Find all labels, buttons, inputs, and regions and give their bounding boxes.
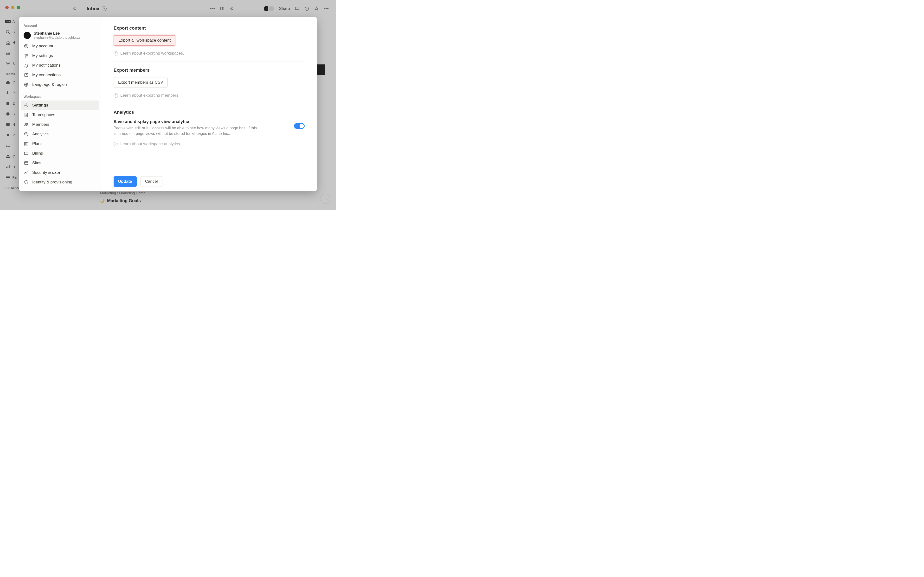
users-icon [24, 122, 29, 127]
sidebar-item-my-connections[interactable]: My connections [21, 70, 99, 80]
button-label: Export all workspace content [118, 38, 171, 43]
sidebar-item-label: Plans [32, 141, 43, 146]
browser-icon [24, 161, 29, 165]
settings-content: Export content Export all workspace cont… [101, 17, 317, 191]
sidebar-item-my-settings[interactable]: My settings [21, 51, 99, 61]
gear-icon [24, 103, 29, 108]
svg-line-33 [27, 135, 28, 136]
magnify-chart-icon [24, 132, 29, 137]
sidebar-item-my-account[interactable]: My account [21, 41, 99, 51]
sidebar-item-label: Analytics [32, 132, 48, 137]
user-circle-icon [24, 44, 29, 48]
sidebar-profile[interactable]: Stephanie Lee stephanie@toolsforthought.… [21, 29, 99, 41]
sidebar-item-language-region[interactable]: Language & region [21, 80, 99, 89]
section-heading-analytics: Analytics [113, 110, 305, 115]
office-icon [24, 113, 29, 117]
learn-link-analytics[interactable]: ? Learn about workspace analytics. [113, 142, 305, 147]
svg-point-31 [26, 123, 27, 124]
settings-modal: Account Stephanie Lee stephanie@toolsfor… [19, 17, 317, 191]
sidebar-item-label: My notifications [32, 63, 60, 68]
sidebar-item-plans[interactable]: Plans [21, 139, 99, 148]
learn-text: Learn about exporting members. [120, 93, 179, 98]
svg-point-23 [25, 54, 26, 55]
export-all-content-button[interactable]: Export all workspace content [113, 35, 175, 46]
sidebar-item-label: Sites [32, 161, 41, 165]
sidebar-item-label: Members [32, 122, 49, 127]
svg-rect-34 [24, 152, 28, 155]
sidebar-item-members[interactable]: Members [21, 120, 99, 129]
sidebar-item-my-notifications[interactable]: My notifications [21, 61, 99, 70]
button-label: Update [118, 179, 132, 184]
learn-link-export-workspaces[interactable]: ? Learn about exporting workspaces. [113, 51, 305, 56]
learn-text: Learn about exporting workspaces. [120, 51, 184, 56]
sidebar-item-teamspaces[interactable]: Teamspaces [21, 110, 99, 120]
map-icon [24, 141, 29, 146]
sidebar-item-label: My connections [32, 73, 61, 77]
help-icon: ? [113, 51, 118, 56]
bell-icon [24, 63, 29, 68]
sidebar-item-label: My account [32, 44, 53, 48]
profile-name: Stephanie Lee [34, 31, 80, 35]
sidebar-item-label: Language & region [32, 82, 67, 87]
arrow-out-icon [24, 73, 29, 77]
button-label: Export members as CSV [118, 80, 163, 85]
sliders-icon [24, 53, 29, 58]
cancel-button[interactable]: Cancel [141, 176, 162, 187]
help-icon: ? [113, 142, 118, 146]
update-button[interactable]: Update [113, 176, 137, 187]
section-heading-export-members: Export members [113, 68, 305, 73]
section-label-workspace: Workspace [21, 93, 99, 100]
avatar [24, 32, 31, 39]
analytics-description: People with edit or full access will be … [113, 125, 258, 136]
sidebar-item-label: Identity & provisioning [32, 180, 72, 185]
analytics-subheading: Save and display page view analytics [113, 119, 284, 124]
learn-text: Learn about workspace analytics. [120, 142, 181, 147]
svg-point-25 [26, 56, 26, 57]
sidebar-item-label: Security & data [32, 170, 60, 175]
key-icon [24, 170, 29, 175]
sidebar-item-billing[interactable]: Billing [21, 148, 99, 158]
sidebar-item-label: Settings [32, 103, 48, 108]
svg-point-24 [27, 55, 27, 56]
sidebar-item-sites[interactable]: Sites [21, 158, 99, 168]
sidebar-item-analytics[interactable]: Analytics [21, 129, 99, 139]
svg-rect-29 [25, 113, 27, 117]
sidebar-item-security[interactable]: Security & data [21, 168, 99, 177]
learn-link-export-members[interactable]: ? Learn about exporting members. [113, 93, 305, 98]
help-icon: ? [113, 93, 118, 98]
svg-point-22 [26, 45, 27, 47]
divider [113, 61, 305, 62]
sidebar-item-label: Billing [32, 151, 43, 156]
sidebar-item-label: My settings [32, 53, 53, 58]
analytics-toggle[interactable] [294, 123, 305, 129]
sidebar-item-identity[interactable]: Identity & provisioning [21, 177, 99, 187]
profile-email: stephanie@toolsforthought.xyz [34, 35, 80, 39]
svg-rect-36 [24, 161, 28, 164]
button-label: Cancel [145, 179, 158, 184]
sidebar-item-settings[interactable]: Settings [21, 100, 99, 110]
settings-sidebar: Account Stephanie Lee stephanie@toolsfor… [19, 17, 101, 191]
svg-point-28 [26, 105, 27, 106]
credit-card-icon [24, 151, 29, 156]
section-heading-export-content: Export content [113, 26, 305, 31]
section-label-account: Account [21, 22, 99, 29]
shield-icon [24, 180, 29, 185]
globe-icon [24, 82, 29, 87]
svg-point-30 [25, 123, 26, 124]
svg-point-38 [24, 172, 26, 174]
sidebar-item-label: Teamspaces [32, 113, 55, 117]
modal-footer: Update Cancel [101, 172, 317, 191]
export-members-csv-button[interactable]: Export members as CSV [113, 77, 168, 88]
